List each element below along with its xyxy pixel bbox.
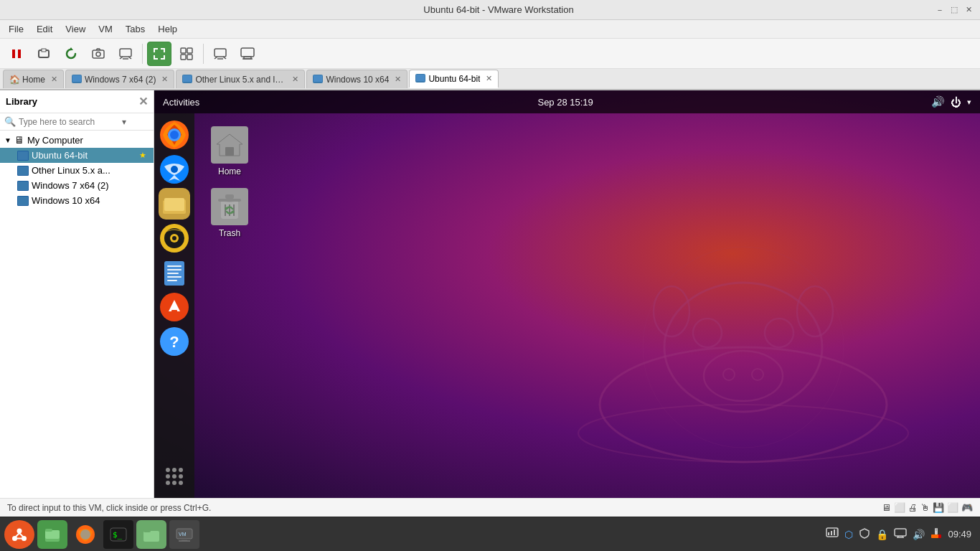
tree-item-win10[interactable]: Windows 10 x64 <box>0 193 154 208</box>
snapshot-button[interactable] <box>86 42 110 66</box>
svg-rect-59 <box>167 280 177 281</box>
settings-button[interactable] <box>113 42 138 66</box>
svg-point-72 <box>179 481 183 485</box>
svg-point-64 <box>166 468 170 472</box>
svg-rect-104 <box>828 532 829 535</box>
revert-button[interactable] <box>59 42 83 66</box>
win10-tab-icon <box>313 75 323 85</box>
taskbar-folder[interactable] <box>136 520 166 549</box>
svg-point-6 <box>96 52 100 56</box>
taskbar-files[interactable] <box>37 520 67 549</box>
tray-bluetooth-icon[interactable]: ⬡ <box>843 529 854 540</box>
menu-help[interactable]: Help <box>152 22 183 36</box>
dock-libreoffice[interactable] <box>159 257 190 288</box>
view-button[interactable] <box>208 42 232 66</box>
power-button[interactable] <box>32 42 56 66</box>
taskbar-vmware[interactable]: VM <box>169 520 199 549</box>
tab-home-close[interactable]: ✕ <box>51 75 57 84</box>
menu-edit[interactable]: Edit <box>31 22 58 36</box>
svg-rect-97 <box>143 531 159 542</box>
power-icon[interactable]: ⏻ <box>951 96 961 108</box>
close-button[interactable]: ✕ <box>963 4 974 16</box>
desktop-icon-trash[interactable]: Trash <box>204 188 255 238</box>
svg-rect-58 <box>167 276 182 278</box>
tab-home[interactable]: 🏠 Home ✕ <box>3 70 64 88</box>
dock-software[interactable] <box>159 291 190 323</box>
tab-win7[interactable]: Windows 7 x64 (2) ✕ <box>65 70 174 88</box>
desktop-icon-home[interactable]: Home <box>204 126 255 176</box>
ubuntu-topbar: Activities Sep 28 15:19 🔊 ⏻ ▾ <box>154 90 980 113</box>
display-button[interactable] <box>235 42 260 66</box>
dock-firefox[interactable] <box>159 119 190 151</box>
search-dropdown-button[interactable]: ▾ <box>122 117 126 127</box>
toolbar-separator-2 <box>203 44 204 64</box>
suspend-resume-button[interactable] <box>4 42 29 66</box>
taskbar-ubuntu-button[interactable] <box>4 520 34 549</box>
svg-rect-92 <box>45 529 52 532</box>
restore-button[interactable]: ⬚ <box>948 4 960 16</box>
volume-icon[interactable]: 🔊 <box>931 95 945 108</box>
tree-item-ubuntu[interactable]: Ubuntu 64-bit ★ <box>0 148 154 163</box>
status-message: To direct input to this VM, click inside… <box>7 503 211 513</box>
taskbar-terminal[interactable]: $_ <box>103 520 133 549</box>
tab-linux-close[interactable]: ✕ <box>292 75 298 84</box>
library-tree: ▼ 🖥 My Computer Ubuntu 64-bit ★ Other Li… <box>0 131 154 498</box>
menu-file[interactable]: File <box>3 22 29 36</box>
tray-lock-icon[interactable]: 🔒 <box>875 529 890 540</box>
tray-time[interactable]: 09:49 <box>946 529 973 540</box>
tree-item-linux[interactable]: Other Linux 5.x a... <box>0 163 154 178</box>
svg-point-70 <box>166 481 170 485</box>
svg-point-35 <box>797 286 833 336</box>
svg-rect-15 <box>215 49 226 57</box>
library-search-input[interactable] <box>19 117 119 127</box>
svg-rect-14 <box>187 55 192 60</box>
tray-display-icon[interactable] <box>892 527 908 541</box>
tab-ubuntu[interactable]: Ubuntu 64-bit ✕ <box>409 70 499 88</box>
tab-win10[interactable]: Windows 10 x64 ✕ <box>306 70 407 88</box>
tray-power-icon[interactable] <box>929 527 943 541</box>
library-search-bar: 🔍 ▾ <box>0 113 154 131</box>
dock-show-apps[interactable] <box>159 461 190 492</box>
activities-button[interactable]: Activities <box>163 97 199 108</box>
vm-icon-win10 <box>17 196 29 206</box>
fullscreen-button[interactable] <box>147 42 171 66</box>
svg-text:?: ? <box>169 333 179 351</box>
tray-volume-icon[interactable]: 🔊 <box>911 529 926 540</box>
tray-security-icon[interactable] <box>857 527 872 541</box>
tree-item-win7[interactable]: Windows 7 x64 (2) <box>0 178 154 193</box>
tab-win7-close[interactable]: ✕ <box>161 75 168 84</box>
tree-group-header-my-computer[interactable]: ▼ 🖥 My Computer <box>0 132 154 148</box>
dock-files[interactable] <box>159 188 190 220</box>
dock-thunderbird[interactable] <box>159 154 190 185</box>
svg-rect-113 <box>931 534 938 538</box>
svg-rect-74 <box>225 147 234 156</box>
home-icon-label: Home <box>218 166 241 176</box>
vm-display-area[interactable]: Activities Sep 28 15:19 🔊 ⏻ ▾ <box>154 90 980 498</box>
search-icon: 🔍 <box>4 116 16 127</box>
svg-point-67 <box>166 474 170 479</box>
library-title: Library <box>6 96 37 107</box>
minimize-button[interactable]: − <box>934 4 946 16</box>
menu-view[interactable]: View <box>60 22 91 36</box>
tray-dropdown-icon[interactable]: ▾ <box>967 98 971 107</box>
tab-linux[interactable]: Other Linux 5.x and later kerne... ✕ <box>176 70 305 88</box>
tab-ubuntu-close[interactable]: ✕ <box>486 74 492 83</box>
svg-point-39 <box>578 405 908 462</box>
menu-vm[interactable]: VM <box>93 22 118 36</box>
svg-point-83 <box>10 525 29 544</box>
library-close-button[interactable]: ✕ <box>138 95 148 108</box>
title-bar: Ubuntu 64-bit - VMware Workstation − ⬚ ✕ <box>0 0 980 20</box>
svg-rect-61 <box>171 310 177 313</box>
tray-network-icon[interactable] <box>824 527 840 541</box>
tab-win10-close[interactable]: ✕ <box>395 75 401 84</box>
dock-help[interactable]: ? <box>159 326 190 357</box>
ubuntu-screen[interactable]: Activities Sep 28 15:19 🔊 ⏻ ▾ <box>154 90 980 498</box>
unity-button[interactable] <box>174 42 199 66</box>
svg-rect-55 <box>167 265 182 267</box>
library-panel: Library ✕ 🔍 ▾ ▼ 🖥 My Computer Ubuntu 64-… <box>0 90 154 498</box>
dock-rhythmbox[interactable] <box>159 222 190 254</box>
main-content: Library ✕ 🔍 ▾ ▼ 🖥 My Computer Ubuntu 64-… <box>0 90 980 498</box>
taskbar-firefox[interactable] <box>70 520 100 549</box>
desktop-icons: Home <box>204 126 255 238</box>
menu-tabs[interactable]: Tabs <box>120 22 151 36</box>
